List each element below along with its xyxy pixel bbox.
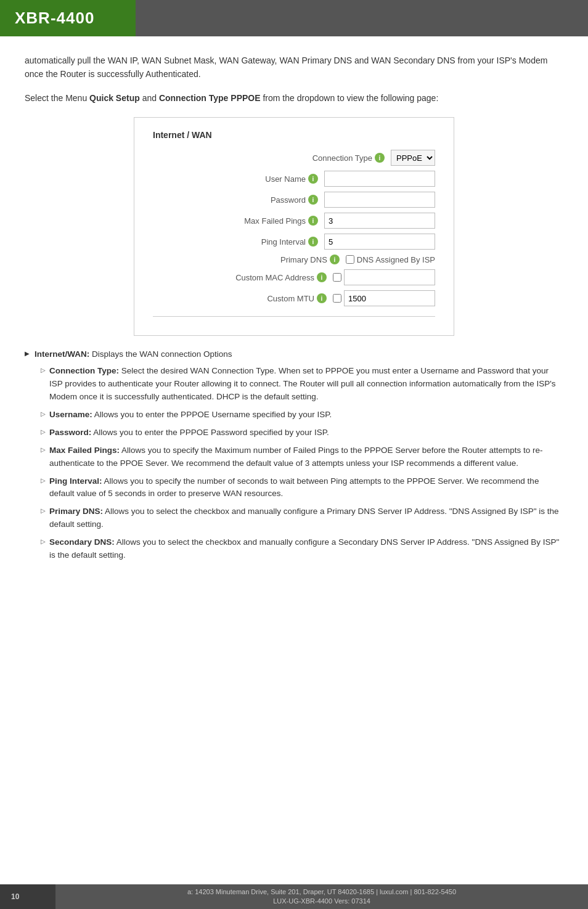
info-icon-connection-type[interactable]: i [375,153,385,163]
select-connection-type[interactable]: PPPoE DHCP Static [391,150,435,166]
form-row-primary-dns: Primary DNS i DNS Assigned By ISP [153,255,435,264]
quick-setup-label: Quick Setup [89,93,140,103]
desc-secondary-dns: Allows you to select the checkbox and ma… [49,537,559,560]
desc-primary-dns: Allows you to select the checkbox and ma… [49,507,559,529]
info-icon-custom-mtu[interactable]: i [317,293,327,303]
input-username[interactable] [324,171,435,187]
header: XBR-4400 [0,0,588,36]
input-ping-interval[interactable] [324,234,435,250]
main-bullet-list: Internet/WAN: Displays the WAN connectio… [25,348,563,562]
label-connection-type: Connection Type i [280,153,385,163]
footer-model: LUX-UG-XBR-4400 Vers: 07314 [55,897,588,906]
term-username: Username: [49,410,92,419]
main-content: automatically pull the WAN IP, WAN Subne… [0,36,588,581]
control-ping-interval [324,234,435,250]
intro-para1: automatically pull the WAN IP, WAN Subne… [25,54,563,81]
sub-bullet-password: Password: Allows you to enter the PPPOE … [41,426,563,439]
info-icon-custom-mac[interactable]: i [317,272,327,282]
info-icon-primary-dns[interactable]: i [330,255,340,264]
label-custom-mac: Custom MAC Address i [222,272,327,282]
control-password [324,192,435,208]
desc-connection-type: Select the desired WAN Connection Type. … [49,366,556,401]
footer: 10 a: 14203 Minuteman Drive, Suite 201, … [0,884,588,909]
label-custom-mtu: Custom MTU i [222,293,327,303]
sub-bullet-connection-type: Connection Type: Select the desired WAN … [41,365,563,404]
term-password: Password: [49,428,91,437]
wan-form-divider [153,316,435,317]
connection-type-label: Connection Type PPPOE [159,93,261,103]
input-password[interactable] [324,192,435,208]
form-row-custom-mac: Custom MAC Address i [153,269,435,285]
control-custom-mtu [333,290,435,306]
header-title-block: XBR-4400 [0,0,136,36]
intro-para2: Select the Menu Quick Setup and Connecti… [25,91,563,105]
input-max-failed-pings[interactable] [324,213,435,229]
label-ping-interval: Ping Interval i [213,237,318,247]
form-row-custom-mtu: Custom MTU i [153,290,435,306]
bullet-section: Internet/WAN: Displays the WAN connectio… [25,348,563,562]
form-row-connection-type: Connection Type i PPPoE DHCP Static [153,150,435,166]
dns-row-control: DNS Assigned By ISP [346,255,435,264]
desc-max-failed-pings: Allows you to specify the Maximum number… [49,446,543,468]
footer-address: a: 14203 Minuteman Drive, Suite 201, Dra… [55,887,588,897]
info-icon-password[interactable]: i [308,195,318,205]
desc-password: Allows you to enter the PPPOE Password s… [93,428,329,437]
footer-page-number: 10 [0,884,55,909]
control-username [324,171,435,187]
info-icon-username[interactable]: i [308,174,318,184]
info-icon-max-failed-pings[interactable]: i [308,216,318,226]
footer-info: a: 14203 Minuteman Drive, Suite 201, Dra… [55,887,588,907]
checkbox-custom-mac[interactable] [333,273,341,282]
internet-wan-desc: Displays the WAN connection Options [92,349,232,359]
form-row-password: Password i [153,192,435,208]
control-connection-type: PPPoE DHCP Static [391,150,435,166]
label-username: User Name i [213,174,318,184]
info-icon-ping-interval[interactable]: i [308,237,318,247]
control-custom-mac [333,269,435,285]
main-bullet-item: Internet/WAN: Displays the WAN connectio… [25,348,563,562]
sub-bullet-username: Username: Allows you to enter the PPPOE … [41,409,563,422]
control-primary-dns: DNS Assigned By ISP [346,255,435,264]
custom-mtu-row-control [333,290,435,306]
term-max-failed-pings: Max Failed Pings: [49,446,120,455]
term-connection-type: Connection Type: [49,366,119,375]
dns-assigned-label: DNS Assigned By ISP [357,255,435,264]
term-primary-dns: Primary DNS: [49,507,103,516]
sub-bullet-list: Connection Type: Select the desired WAN … [41,365,563,562]
term-ping-interval: Ping Interval: [49,476,102,486]
checkbox-custom-mtu[interactable] [333,294,341,303]
sub-bullet-primary-dns: Primary DNS: Allows you to select the ch… [41,505,563,531]
wan-form-box: Internet / WAN Connection Type i PPPoE D… [134,117,454,336]
header-right [136,0,588,36]
input-custom-mtu[interactable] [344,290,435,306]
label-max-failed-pings: Max Failed Pings i [213,216,318,226]
label-primary-dns: Primary DNS i [235,255,340,264]
sub-bullet-ping-interval: Ping Interval: Allows you to specify the… [41,475,563,501]
form-row-ping-interval: Ping Interval i [153,234,435,250]
sub-bullet-max-failed-pings: Max Failed Pings: Allows you to specify … [41,444,563,470]
page-title: XBR-4400 [15,9,94,27]
form-row-username: User Name i [153,171,435,187]
custom-mac-row-control [333,269,435,285]
control-max-failed-pings [324,213,435,229]
internet-wan-term: Internet/WAN: [35,349,89,359]
term-secondary-dns: Secondary DNS: [49,537,115,547]
label-password: Password i [213,195,318,205]
form-row-max-failed-pings: Max Failed Pings i [153,213,435,229]
checkbox-primary-dns[interactable] [346,255,354,264]
desc-ping-interval: Allows you to specify the number of seco… [49,476,539,499]
sub-bullet-secondary-dns: Secondary DNS: Allows you to select the … [41,536,563,562]
input-custom-mac[interactable] [344,269,435,285]
desc-username: Allows you to enter the PPPOE Username s… [94,410,332,419]
wan-form-title: Internet / WAN [153,130,435,140]
